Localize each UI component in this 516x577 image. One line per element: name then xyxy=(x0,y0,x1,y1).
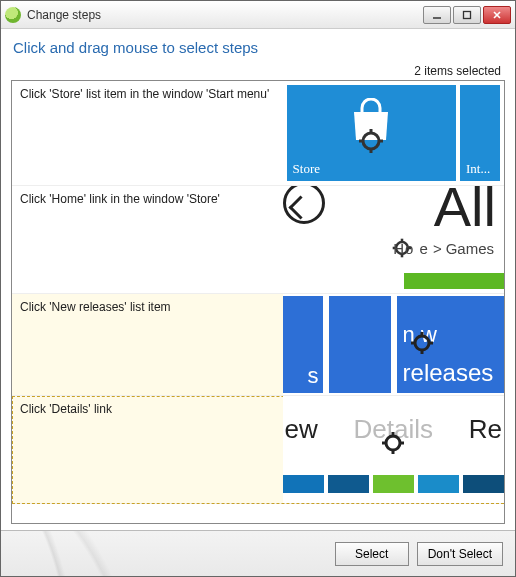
new-releases-tile: n w releases xyxy=(397,296,504,393)
step-thumbnail: All Ho e > Games xyxy=(283,186,504,293)
instruction-text: Click and drag mouse to select steps xyxy=(11,37,505,62)
step-row[interactable]: Click 'Home' link in the window 'Store' … xyxy=(12,186,504,294)
step-description: Click 'New releases' list item xyxy=(12,294,283,395)
step-description: Click 'Home' link in the window 'Store' xyxy=(12,186,283,293)
heading-text: All xyxy=(434,186,496,239)
step-description: Click 'Store' list item in the window 'S… xyxy=(12,81,283,185)
breadcrumb: Ho e > Games xyxy=(391,237,494,259)
steps-list[interactable]: Click 'Store' list item in the window 'S… xyxy=(11,80,505,524)
step-thumbnail: ew Details Re xyxy=(283,396,504,503)
dont-select-button[interactable]: Don't Select xyxy=(417,542,503,566)
change-steps-dialog: Change steps Click and drag mouse to sel… xyxy=(0,0,516,577)
store-tile: Store xyxy=(287,85,456,181)
svg-point-14 xyxy=(415,336,429,350)
step-thumbnail: Store Int... xyxy=(283,81,504,185)
window-title: Change steps xyxy=(27,8,423,22)
select-button[interactable]: Select xyxy=(335,542,409,566)
back-arrow-icon xyxy=(283,186,325,224)
svg-rect-1 xyxy=(464,11,471,18)
tile: s xyxy=(283,296,323,393)
text-fragment: ew xyxy=(285,414,318,445)
app-icon xyxy=(5,7,21,23)
step-row[interactable]: Click 'Store' list item in the window 'S… xyxy=(12,81,504,186)
color-strip xyxy=(283,475,504,493)
tile-label: Int... xyxy=(466,161,490,177)
step-row[interactable]: Click 'New releases' list item s n w rel… xyxy=(12,294,504,396)
titlebar[interactable]: Change steps xyxy=(1,1,515,29)
text-fragment: Re xyxy=(469,414,502,445)
maximize-button[interactable] xyxy=(453,6,481,24)
svg-point-19 xyxy=(386,436,400,450)
svg-point-4 xyxy=(363,133,379,149)
step-description: Click 'Details' link xyxy=(12,396,283,503)
crosshair-icon xyxy=(380,430,406,456)
selection-count: 2 items selected xyxy=(11,62,505,80)
step-row[interactable]: Click 'Details' link ew Details Re xyxy=(12,396,504,504)
minimize-button[interactable] xyxy=(423,6,451,24)
crosshair-icon xyxy=(409,330,435,356)
side-tile: Int... xyxy=(460,85,500,181)
step-thumbnail: s n w releases xyxy=(283,294,504,395)
progress-bar xyxy=(404,273,504,289)
dialog-footer: Select Don't Select xyxy=(1,530,515,576)
crosshair-icon xyxy=(358,128,384,154)
tile xyxy=(329,296,391,393)
tile-label: Store xyxy=(293,161,320,177)
close-button[interactable] xyxy=(483,6,511,24)
